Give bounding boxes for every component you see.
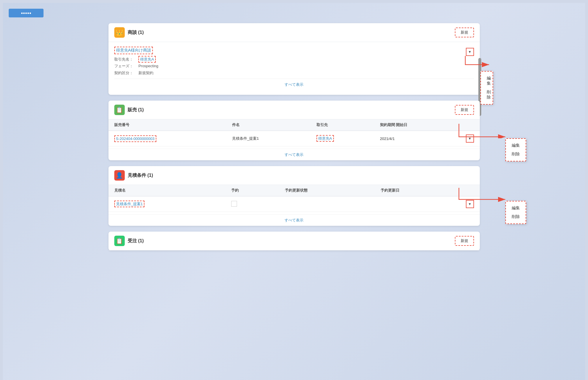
hanbai-dropdown-btn[interactable]: ▼ — [466, 134, 474, 143]
hanbai-cell-id: S-202404-0000000003 — [108, 131, 226, 146]
hanbai-thead-row: 販売番号 件名 取引先 契約期間 開始日 — [108, 119, 480, 131]
mitsumori-cell-status — [279, 196, 375, 212]
mitsumori-show-all-row: すべて表示 — [108, 214, 480, 226]
top-bar: ●●●●● — [9, 6, 579, 20]
mitsumori-cell-yoyaku — [225, 196, 279, 212]
juchu-new-button[interactable]: 新規 — [455, 236, 474, 246]
hanbai-header: 📋 販売 (1) 新規 — [108, 101, 480, 119]
mitsumori-icon: 👤 — [114, 170, 125, 181]
shosdan-show-all-row: すべて表示 — [114, 79, 474, 90]
shosdan-detail: 取引先名： 得意先A フェーズ： Prospecting 契約区分： 新規契約 — [114, 56, 463, 76]
mitsumori-dropdown-area: 編集 削除 — [505, 201, 526, 224]
mitsumori-col-status: 予約更新状態 — [279, 185, 375, 196]
mitsumori-title: 見積条件 (1) — [128, 172, 153, 179]
juchu-title: 受注 (1) — [128, 238, 144, 244]
hanbai-title: 販売 (1) — [128, 107, 144, 113]
shosdan-section-card: 👑 商談 (1) 新規 得意先A様向け商談 取引先名： — [108, 23, 480, 95]
hanbai-cell-dropdown: ▼ — [460, 131, 480, 146]
shosdan-icon: 👑 — [114, 27, 125, 38]
mitsumori-col-name: 見積名 — [108, 185, 226, 196]
shosdan-content: 得意先A様向け商談 取引先名： 得意先A フェーズ： Prospecting — [108, 42, 480, 95]
hanbai-cell-customer: 得意先A — [311, 131, 374, 146]
hanbai-section-card: 📋 販売 (1) 新規 販売番号 件名 取引先 契約期間 開始日 — [108, 101, 480, 160]
hanbai-dropdown-menu: 編集 削除 — [505, 138, 526, 161]
hanbai-id-link[interactable]: S-202404-0000000003 — [114, 135, 156, 142]
mitsumori-table: 見積名 予約 予約更新状態 予約更新日 見積条件_提案1 — [108, 185, 480, 212]
mitsumori-col-date: 予約更新日 — [375, 185, 460, 196]
hanbai-new-button[interactable]: 新規 — [455, 105, 474, 115]
hanbai-table-row: S-202404-0000000003 見積条件_提案1 得意先A 2021/4… — [108, 131, 480, 146]
mitsumori-section-wrapper: 👤 見積条件 (1) 見積名 予約 予約更新状態 予約更新日 — [108, 166, 480, 226]
hanbai-customer-link[interactable]: 得意先A — [316, 135, 334, 142]
mitsumori-table-row: 見積条件_提案1 ▼ — [108, 196, 480, 212]
mitsumori-thead-row: 見積名 予約 予約更新状態 予約更新日 — [108, 185, 480, 196]
juchu-section-wrapper: 📋 受注 (1) 新規 — [108, 232, 480, 250]
hanbai-dropdown-area: 編集 削除 — [505, 138, 526, 161]
mitsumori-name-link[interactable]: 見積条件_提案1 — [114, 201, 144, 207]
mitsumori-table-container: 見積名 予約 予約更新状態 予約更新日 見積条件_提案1 — [108, 185, 480, 226]
hanbai-section-wrapper: 📋 販売 (1) 新規 販売番号 件名 取引先 契約期間 開始日 — [108, 101, 480, 160]
shosdan-info: 得意先A様向け商談 取引先名： 得意先A フェーズ： Prospecting — [114, 47, 463, 76]
shosdan-item-link[interactable]: 得意先A様向け商談 — [114, 47, 153, 54]
hanbai-cell-name: 見積条件_提案1 — [226, 131, 311, 146]
shosdan-title: 商談 (1) — [128, 30, 144, 36]
juchu-header: 📋 受注 (1) 新規 — [108, 232, 480, 250]
top-bar-logo: ●●●●● — [9, 9, 44, 17]
juchu-section-card: 📋 受注 (1) 新規 — [108, 232, 480, 250]
shosdan-dropdown-menu: 編集 削除 — [480, 71, 493, 105]
hanbai-delete-item[interactable]: 削除 — [512, 150, 520, 159]
shosdan-row: 得意先A様向け商談 取引先名： 得意先A フェーズ： Prospecting — [114, 47, 474, 76]
shosdan-customer-link[interactable]: 得意先A — [138, 56, 156, 63]
hanbai-show-all-link[interactable]: すべて表示 — [285, 152, 303, 157]
hanbai-col-date: 契約期間 開始日 — [374, 119, 460, 131]
mitsumori-header: 👤 見積条件 (1) — [108, 166, 480, 185]
shosdan-dropdown-btn[interactable]: ▼ — [466, 48, 474, 56]
juchu-icon: 📋 — [114, 236, 125, 246]
page-wrapper: ●●●●● 👑 商談 (1) 新規 — [3, 3, 585, 380]
hanbai-col-id: 販売番号 — [108, 119, 226, 131]
hanbai-col-action — [460, 119, 480, 131]
hanbai-table-container: 販売番号 件名 取引先 契約期間 開始日 S-202404-0000000003 — [108, 119, 480, 160]
mitsumori-section-card: 👤 見積条件 (1) 見積名 予約 予約更新状態 予約更新日 — [108, 166, 480, 226]
mitsumori-col-action — [460, 185, 480, 196]
shosdan-new-button[interactable]: 新規 — [455, 28, 474, 37]
main-content: 👑 商談 (1) 新規 得意先A様向け商談 取引先名： — [108, 23, 480, 250]
mitsumori-dropdown-btn[interactable]: ▼ — [466, 200, 474, 208]
mitsumori-cell-dropdown: ▼ — [460, 196, 480, 212]
mitsumori-delete-item[interactable]: 削除 — [512, 212, 520, 221]
hanbai-icon: 📋 — [114, 105, 125, 115]
hanbai-table: 販売番号 件名 取引先 契約期間 開始日 S-202404-0000000003 — [108, 119, 480, 146]
shosdan-show-all-link[interactable]: すべて表示 — [285, 82, 303, 87]
hanbai-col-name: 件名 — [226, 119, 311, 131]
hanbai-edit-item[interactable]: 編集 — [512, 141, 520, 150]
mitsumori-checkbox[interactable] — [231, 201, 237, 207]
mitsumori-dropdown-menu: 編集 削除 — [505, 201, 526, 224]
mitsumori-cell-name: 見積条件_提案1 — [108, 196, 226, 212]
hanbai-col-customer: 取引先 — [311, 119, 374, 131]
shosdan-header: 👑 商談 (1) 新規 — [108, 23, 480, 42]
hanbai-cell-date: 2021/4/1 — [374, 131, 460, 146]
mitsumori-edit-item[interactable]: 編集 — [512, 204, 520, 212]
mitsumori-show-all-link[interactable]: すべて表示 — [285, 218, 303, 222]
shosdan-section-wrapper: 👑 商談 (1) 新規 得意先A様向け商談 取引先名： — [108, 23, 480, 95]
mitsumori-col-yoyaku: 予約 — [225, 185, 279, 196]
hanbai-show-all-row: すべて表示 — [108, 149, 480, 160]
mitsumori-cell-date — [375, 196, 460, 212]
